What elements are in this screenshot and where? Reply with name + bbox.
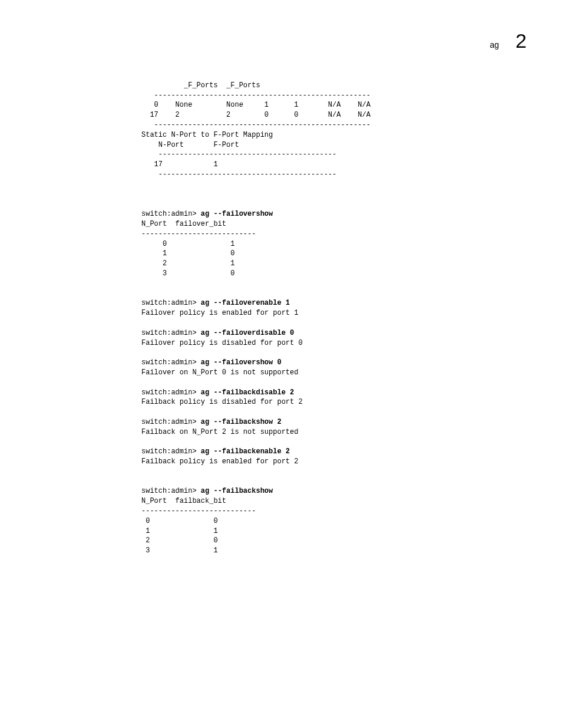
block3-out2: Failover policy is disabled for port 0 (141, 339, 303, 347)
block4-prompt: switch:admin> (141, 487, 201, 495)
terminal-output: _F_Ports _F_Ports ----------------------… (141, 71, 371, 556)
page-header: ag 2 (490, 29, 527, 52)
block1-heading: _F_Ports _F_Ports (141, 81, 260, 90)
block4-row1: 1 1 (141, 527, 218, 535)
block2-cmd: ag --failovershow (201, 210, 273, 218)
block3-prompt1: switch:admin> (141, 299, 201, 307)
block1-divider2: ----------------------------------------… (141, 121, 371, 129)
block3-cmd3: ag --failovershow 0 (201, 358, 282, 367)
block3-cmd6: ag --failbackenable 2 (201, 447, 290, 456)
chapter-number: 2 (515, 29, 527, 52)
block3-prompt2: switch:admin> (141, 329, 201, 337)
block1-divider3: ----------------------------------------… (141, 150, 336, 159)
block4-cmd: ag --failbackshow (201, 487, 273, 495)
block4-row2: 2 0 (141, 536, 218, 545)
block1-map-row: 17 1 (141, 160, 218, 169)
block2-header: N_Port failover_bit (141, 220, 226, 228)
block2-dash: --------------------------- (141, 230, 256, 238)
block3-cmd2: ag --failoverdisable 0 (201, 329, 294, 337)
block2-row0: 0 1 (141, 240, 234, 248)
block3-cmd1: ag --failoverenable 1 (201, 299, 290, 307)
header-command: ag (490, 40, 500, 50)
block1-divider4: ----------------------------------------… (141, 170, 336, 179)
block3-prompt6: switch:admin> (141, 447, 201, 456)
block3-prompt5: switch:admin> (141, 418, 201, 426)
block2-row2: 2 1 (141, 259, 234, 268)
block2-row1: 1 0 (141, 249, 234, 258)
block3-out5: Failback on N_Port 2 is not supported (141, 428, 298, 436)
block3-cmd4: ag --failbackdisable 2 (201, 388, 294, 397)
block1-row0: 0 None None 1 1 N/A N/A (141, 101, 371, 109)
block2-row3: 3 0 (141, 269, 234, 278)
block4-row0: 0 0 (141, 517, 218, 525)
block4-dash: --------------------------- (141, 507, 256, 515)
block3-prompt4: switch:admin> (141, 388, 201, 397)
block3-out6: Failback policy is enabled for port 2 (141, 457, 298, 466)
block3-out1: Failover policy is enabled for port 1 (141, 309, 298, 317)
block2-prompt: switch:admin> (141, 210, 201, 218)
block4-header: N_Port failback_bit (141, 497, 226, 505)
block3-cmd5: ag --failbackshow 2 (201, 418, 282, 426)
block1-cols: N-Port F-Port (141, 141, 239, 149)
block1-divider: ----------------------------------------… (141, 91, 371, 100)
block3-out4: Failback policy is disabled for port 2 (141, 398, 303, 406)
block3-out3: Failover on N_Port 0 is not supported (141, 368, 298, 377)
block4-row3: 3 1 (141, 546, 218, 555)
block1-row1: 17 2 2 0 0 N/A N/A (141, 111, 371, 119)
block1-title: Static N-Port to F-Port Mapping (141, 131, 273, 139)
block3-prompt3: switch:admin> (141, 358, 201, 367)
